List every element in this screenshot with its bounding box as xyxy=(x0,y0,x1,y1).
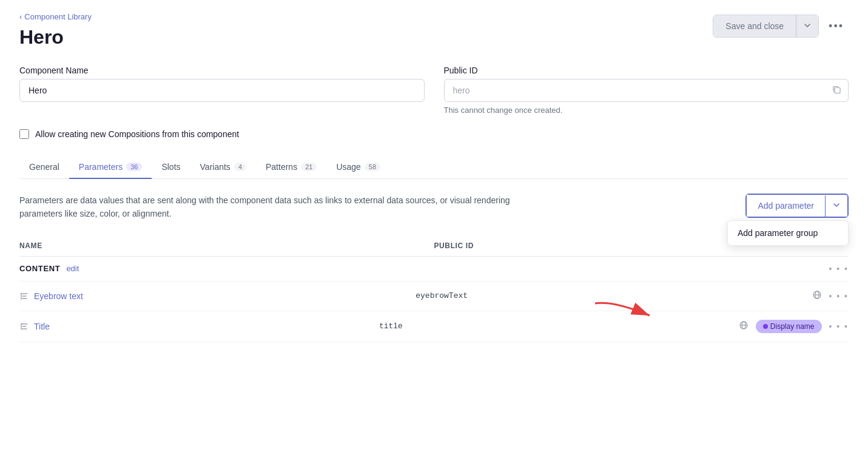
parameters-description: Parameters are data values that are sent… xyxy=(19,194,535,221)
save-close-button-group: Save and close xyxy=(713,15,819,38)
component-name-input[interactable] xyxy=(19,79,425,102)
add-parameter-group-item[interactable]: Add parameter group xyxy=(728,221,848,245)
param-eyebrow-type-icon xyxy=(19,291,29,301)
svg-rect-0 xyxy=(835,88,840,93)
parameters-table: NAME PUBLIC ID CONTENT edit • • • Eyebro… xyxy=(19,235,849,342)
tab-variants[interactable]: Variants 4 xyxy=(190,156,256,179)
param-eyebrow-text: Eyebrow text eyebrowText • • • xyxy=(19,282,849,311)
display-badge-dot xyxy=(763,324,768,329)
page-title: Hero xyxy=(19,26,92,49)
table-header-name: NAME xyxy=(19,241,434,250)
tab-usage-badge: 58 xyxy=(365,163,380,171)
public-id-wrapper xyxy=(444,79,849,102)
component-name-group: Component Name xyxy=(19,66,425,115)
param-title-display-badge[interactable]: Display name xyxy=(756,320,822,333)
public-id-input[interactable] xyxy=(444,79,849,102)
tab-variants-badge: 4 xyxy=(234,163,246,171)
tab-general[interactable]: General xyxy=(19,156,69,179)
more-options-button[interactable]: ••• xyxy=(824,15,849,38)
group-content: CONTENT edit • • • xyxy=(19,257,849,282)
breadcrumb-arrow: ‹ xyxy=(19,12,22,21)
tab-slots[interactable]: Slots xyxy=(152,156,190,179)
public-id-group: Public ID This cannot change once create… xyxy=(444,66,849,115)
save-close-chevron-button[interactable] xyxy=(796,15,818,37)
parameters-description-row: Parameters are data values that are sent… xyxy=(19,194,849,221)
allow-compositions-row: Allow creating new Compositions from thi… xyxy=(19,129,849,139)
param-eyebrow-public-id: eyebrowText xyxy=(415,291,812,300)
param-title-more[interactable]: • • • xyxy=(829,322,849,331)
breadcrumb-label: Component Library xyxy=(24,12,92,21)
component-name-label: Component Name xyxy=(19,66,425,75)
tabs-bar: General Parameters 36 Slots Variants 4 P… xyxy=(19,156,849,179)
param-title: Title title Display name • • • xyxy=(19,311,849,342)
param-title-public-id: title xyxy=(379,322,739,331)
add-parameter-chevron-button[interactable] xyxy=(825,195,847,217)
allow-compositions-label[interactable]: Allow creating new Compositions from thi… xyxy=(35,129,239,139)
public-id-label: Public ID xyxy=(444,66,849,75)
group-content-edit[interactable]: edit xyxy=(66,264,79,273)
add-parameter-button[interactable]: Add parameter xyxy=(747,195,825,217)
tab-patterns[interactable]: Patterns 21 xyxy=(256,156,326,179)
tab-patterns-badge: 21 xyxy=(301,163,317,171)
param-title-type-icon xyxy=(19,322,29,331)
param-eyebrow-globe-icon xyxy=(812,290,822,302)
param-eyebrow-more[interactable]: • • • xyxy=(829,291,849,301)
add-parameter-button-group: Add parameter xyxy=(745,194,849,218)
public-id-helper: This cannot change once created. xyxy=(444,106,849,115)
param-eyebrow-actions: • • • xyxy=(812,290,849,302)
tab-usage[interactable]: Usage 58 xyxy=(326,156,390,179)
group-content-label: CONTENT xyxy=(19,264,60,273)
allow-compositions-checkbox[interactable] xyxy=(19,129,29,139)
param-title-name[interactable]: Title xyxy=(19,322,379,331)
add-parameter-dropdown: Add parameter group xyxy=(727,220,849,246)
copy-icon[interactable] xyxy=(832,85,841,96)
param-title-globe-icon xyxy=(739,320,749,333)
param-eyebrow-name[interactable]: Eyebrow text xyxy=(19,291,415,301)
save-close-button[interactable]: Save and close xyxy=(713,15,796,37)
table-header: NAME PUBLIC ID xyxy=(19,235,849,257)
tab-parameters[interactable]: Parameters 36 xyxy=(69,156,152,179)
breadcrumb-link[interactable]: ‹ Component Library xyxy=(19,12,92,21)
param-title-actions: Display name • • • xyxy=(739,320,849,333)
group-content-more[interactable]: • • • xyxy=(829,264,849,274)
tab-parameters-badge: 36 xyxy=(126,163,142,171)
